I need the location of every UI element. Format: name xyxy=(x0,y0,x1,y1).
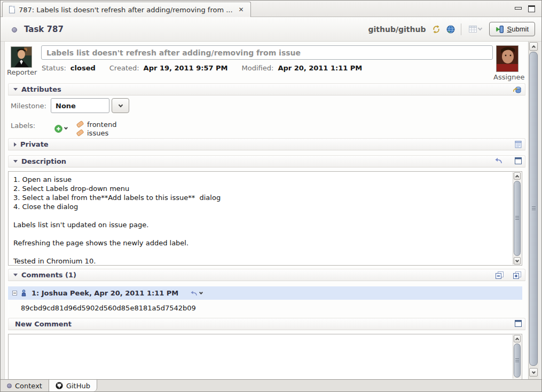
submit-button[interactable]: Submit xyxy=(489,22,535,36)
description-line: Labels list isn't updated on issue page. xyxy=(13,220,512,229)
twistie-open-icon xyxy=(13,160,18,163)
reply-icon xyxy=(190,291,197,296)
tab-github-label: GitHub xyxy=(66,382,90,390)
maximize-part-icon[interactable] xyxy=(515,320,522,327)
section-description-title: Description xyxy=(21,157,66,165)
milestone-value: None xyxy=(56,102,76,110)
comment-list: 1: Joshua Peek, Apr 20, 2011 1:11 PM 89c… xyxy=(8,286,522,312)
new-comment-scrollbar[interactable] xyxy=(513,335,521,379)
comment-title: 1: Joshua Peek, Apr 20, 2011 1:11 PM xyxy=(32,289,178,297)
tab-context-label: Context xyxy=(15,382,42,390)
description-scrollbar[interactable] xyxy=(513,172,521,265)
modified-label: Modified: xyxy=(242,64,274,72)
task-document-icon xyxy=(9,6,15,13)
section-private[interactable]: Private xyxy=(8,138,525,150)
collapse-comment-icon[interactable] xyxy=(12,291,17,295)
labels-label: Labels: xyxy=(11,122,35,130)
attributes-table-dropdown-button[interactable] xyxy=(467,25,483,34)
reporter-label: Reporter xyxy=(7,68,37,76)
section-attributes-title: Attributes xyxy=(21,85,61,93)
submit-label: Submit xyxy=(507,25,529,33)
milestone-combo[interactable]: None xyxy=(51,98,109,113)
submit-icon xyxy=(496,25,504,34)
repository-name: github/github xyxy=(368,25,426,34)
maximize-part-icon[interactable] xyxy=(515,157,522,164)
assignee-avatar xyxy=(496,45,519,72)
editor-scrollbar[interactable] xyxy=(528,42,539,380)
description-textarea[interactable]: 1. Open an issue2. Select Labels drop-do… xyxy=(8,171,522,266)
labels-row: frontend issues xyxy=(54,120,116,137)
task-kind-icon xyxy=(12,27,17,33)
page-title: Task 787 xyxy=(24,25,64,34)
tab-context[interactable]: Context xyxy=(1,380,49,391)
scroll-up-button[interactable] xyxy=(514,172,521,180)
new-comment-textarea[interactable] xyxy=(8,334,522,380)
section-description[interactable]: Description xyxy=(8,155,525,167)
tab-github[interactable]: GitHub xyxy=(49,380,97,391)
comment-item: 1: Joshua Peek, Apr 20, 2011 1:11 PM 89c… xyxy=(8,286,522,312)
description-last-line: Tested in Chromium 10. xyxy=(13,257,512,264)
misspelled-word: Chromium xyxy=(46,257,83,264)
status-value: closed xyxy=(70,64,96,72)
label-chip: frontend xyxy=(76,120,116,129)
twistie-open-icon xyxy=(13,88,18,91)
task-form: Reporter Status: closed Created: Apr 19,… xyxy=(4,42,528,380)
section-new-comment-title: New Comment xyxy=(15,320,72,328)
section-comments-title: Comments (1) xyxy=(21,271,76,279)
update-attributes-icon[interactable] xyxy=(513,85,522,94)
synchronize-icon[interactable] xyxy=(432,25,441,34)
close-tab-icon[interactable]: ✕ xyxy=(239,6,244,13)
notes-icon[interactable] xyxy=(515,140,522,148)
task-editor-window: 787: Labels list doesn't refresh after a… xyxy=(0,0,542,392)
created-label: Created: xyxy=(109,64,139,72)
section-attributes[interactable]: Attributes xyxy=(8,83,525,95)
twistie-closed-icon xyxy=(14,142,17,147)
status-label: Status: xyxy=(42,64,66,72)
description-text: 1. Open an issue2. Select Labels drop-do… xyxy=(9,174,512,264)
section-comments[interactable]: Comments (1) xyxy=(8,269,525,281)
label-name: frontend xyxy=(87,121,116,129)
section-new-comment[interactable]: New Comment xyxy=(8,318,525,330)
reporter-avatar xyxy=(11,46,32,68)
milestone-dropdown-button[interactable] xyxy=(112,98,129,113)
comment-body: 89cbd9cd81d96d5902d560d85e8181a5d7542b09 xyxy=(8,300,522,312)
task-header: Task 787 github/github xyxy=(1,17,541,42)
status-row: Status: closed Created: Apr 19, 2011 9:5… xyxy=(42,64,362,72)
scroll-down-button[interactable] xyxy=(529,368,538,377)
description-line: 3. Select a label from the**Add labels t… xyxy=(13,193,512,202)
preview-arrow-icon[interactable] xyxy=(494,158,502,164)
comment-header[interactable]: 1: Joshua Peek, Apr 20, 2011 1:11 PM xyxy=(8,286,522,300)
tag-icon xyxy=(76,129,84,137)
scrollbar-thumb[interactable] xyxy=(529,52,538,366)
description-line xyxy=(13,211,512,220)
twistie-open-icon xyxy=(13,274,18,276)
scroll-up-button[interactable] xyxy=(514,335,521,342)
editor-page-tabs: Context GitHub xyxy=(1,379,541,391)
description-line xyxy=(13,247,512,257)
context-icon xyxy=(7,383,12,388)
reply-button[interactable] xyxy=(190,291,202,296)
editor-tab-bar: 787: Labels list doesn't refresh after a… xyxy=(1,1,541,17)
description-line xyxy=(13,229,512,238)
chevron-down-icon xyxy=(118,102,122,107)
description-lines: 1. Open an issue2. Select Labels drop-do… xyxy=(13,175,512,257)
editor-tab[interactable]: 787: Labels list doesn't refresh after a… xyxy=(2,2,251,17)
scroll-down-button[interactable] xyxy=(514,257,521,265)
chevron-down-icon xyxy=(64,126,68,130)
created-value: Apr 19, 2011 9:57 PM xyxy=(144,64,228,72)
collapse-all-icon[interactable] xyxy=(495,271,504,279)
minimize-icon[interactable] xyxy=(515,7,522,10)
maximize-icon[interactable] xyxy=(528,5,535,12)
github-icon xyxy=(56,382,63,389)
description-line: 4. Close the dialog xyxy=(13,202,512,211)
scrollbar-thumb[interactable] xyxy=(514,181,521,256)
assignee-label: Assignee xyxy=(493,73,525,81)
label-name: issues xyxy=(87,129,108,137)
add-label-button[interactable] xyxy=(54,125,67,133)
scrollbar-thumb[interactable] xyxy=(514,343,521,378)
scroll-up-button[interactable] xyxy=(529,42,538,51)
task-title-input[interactable] xyxy=(41,45,493,60)
milestone-label: Milestone: xyxy=(11,102,46,110)
web-browser-icon[interactable] xyxy=(446,25,455,34)
expand-all-icon[interactable] xyxy=(513,271,522,279)
